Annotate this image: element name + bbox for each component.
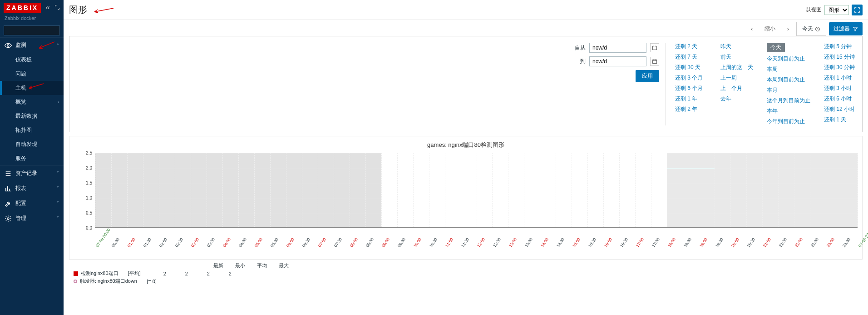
from-label: 自从: [572, 44, 586, 52]
sidebar-item-latest[interactable]: 最新数据: [0, 109, 64, 123]
time-preset[interactable]: 本月: [767, 86, 810, 94]
legend-trigger-swatch: [74, 280, 77, 283]
time-preset[interactable]: 还剩 7 天: [675, 53, 707, 61]
page-title: 图形: [69, 4, 87, 16]
sidebar-item-discovery[interactable]: 自动发现: [0, 137, 64, 151]
time-preset[interactable]: 本周: [767, 65, 810, 73]
brand-subtitle: Zabbix docker: [0, 15, 64, 24]
time-preset[interactable]: 还剩 15 分钟: [824, 53, 856, 61]
gear-icon: [5, 215, 12, 222]
from-input[interactable]: [589, 43, 646, 53]
time-prev-button[interactable]: ‹: [745, 23, 758, 35]
zoom-out-button[interactable]: 缩小: [758, 22, 782, 35]
time-preset[interactable]: 还剩 3 小时: [824, 85, 856, 92]
view-as-label: 以视图: [805, 6, 822, 14]
time-preset[interactable]: 还剩 3 个月: [675, 74, 707, 82]
sidebar-item-overview[interactable]: 概览›: [0, 95, 64, 109]
legend-trigger-name: 触发器: nginx80端口down: [80, 278, 137, 285]
time-preset[interactable]: 去年: [720, 95, 753, 103]
calendar-icon: [652, 45, 657, 50]
time-preset[interactable]: 还剩 30 天: [675, 64, 707, 71]
tab-today[interactable]: 今天: [796, 22, 826, 36]
time-preset[interactable]: 还剩 1 小时: [824, 74, 856, 82]
legend-stat-value: 2: [153, 271, 166, 276]
to-calendar-button[interactable]: [650, 57, 659, 66]
legend-stat-header: 最大: [275, 262, 289, 269]
sidebar-item-maps[interactable]: 拓扑图: [0, 123, 64, 137]
y-axis: 0.00.51.01.52.02.5: [74, 153, 95, 244]
filter-button[interactable]: 过滤器: [829, 22, 863, 35]
chevron-down-icon: ˅: [57, 201, 59, 206]
apply-button[interactable]: 应用: [636, 70, 659, 82]
time-preset[interactable]: 今天: [767, 43, 785, 52]
chart-icon: [5, 185, 12, 192]
collapse-icon[interactable]: [44, 5, 51, 11]
chevron-right-icon: ›: [58, 100, 59, 105]
nav-inventory-label: 资产记录: [15, 170, 37, 177]
nav-config-label: 配置: [15, 200, 26, 207]
time-preset[interactable]: 还剩 6 小时: [824, 95, 856, 103]
legend-stat-header: 最新: [210, 262, 223, 269]
time-next-button[interactable]: ›: [782, 23, 794, 35]
nav-reports[interactable]: 报表 ˅: [0, 181, 64, 196]
time-preset[interactable]: 还剩 6 个月: [675, 85, 707, 92]
nav-admin[interactable]: 管理 ˅: [0, 211, 64, 226]
time-preset[interactable]: 上一周: [720, 74, 753, 82]
calendar-icon: [652, 59, 657, 64]
nav-monitoring[interactable]: 监测 ˄: [0, 37, 64, 53]
svg-point-2: [7, 218, 9, 220]
search-box[interactable]: [4, 25, 60, 35]
filter-panel: 自从 到 应用 还剩 2 天还剩 7 天还剩 30 天还剩 3 个月还剩 6 个…: [69, 36, 863, 132]
legend-stat-value: 2: [196, 271, 210, 276]
sidebar-item-services[interactable]: 服务: [0, 151, 64, 165]
sidebar-item-dashboard[interactable]: 仪表板: [0, 53, 64, 67]
chevron-down-icon: ˅: [57, 171, 59, 176]
nav-admin-label: 管理: [15, 215, 26, 222]
search-input[interactable]: [4, 28, 72, 33]
time-preset[interactable]: 这个月到目前为止: [767, 97, 810, 105]
time-preset[interactable]: 今年到目前为止: [767, 118, 810, 125]
sidebar-item-problems[interactable]: 问题: [0, 67, 64, 81]
fullscreen-button[interactable]: [852, 5, 863, 15]
nav-inventory[interactable]: 资产记录 ˅: [0, 165, 64, 181]
time-preset[interactable]: 还剩 2 天: [675, 43, 707, 50]
expand-icon[interactable]: [54, 5, 60, 11]
time-preset[interactable]: 还剩 1 年: [675, 95, 707, 103]
chevron-down-icon: ˅: [57, 216, 59, 221]
nav-config[interactable]: 配置 ˅: [0, 196, 64, 211]
chevron-down-icon: ˅: [57, 186, 59, 191]
time-preset[interactable]: 上周的这一天: [720, 64, 753, 71]
time-preset[interactable]: 本周到目前为止: [767, 76, 810, 84]
time-preset[interactable]: 本年: [767, 107, 810, 115]
y-tick: 1.0: [86, 195, 92, 200]
to-label: 到: [572, 58, 586, 65]
time-preset[interactable]: 还剩 30 分钟: [824, 64, 856, 71]
clock-icon: [815, 26, 820, 32]
time-preset[interactable]: 前天: [720, 53, 753, 61]
to-input[interactable]: [589, 56, 646, 66]
y-tick: 2.5: [86, 150, 92, 155]
time-preset[interactable]: 今天到目前为止: [767, 55, 810, 63]
from-calendar-button[interactable]: [650, 43, 659, 52]
legend-swatch: [74, 271, 78, 276]
sidebar-item-hosts[interactable]: 主机: [0, 81, 64, 95]
time-preset[interactable]: 还剩 2 年: [675, 105, 707, 113]
view-as-select[interactable]: 图形: [824, 5, 849, 15]
time-preset[interactable]: 还剩 5 分钟: [824, 43, 856, 50]
y-tick: 1.5: [86, 180, 92, 185]
svg-rect-4: [653, 46, 657, 50]
nav-monitoring-label: 监测: [15, 41, 26, 49]
time-preset[interactable]: 上一个月: [720, 85, 753, 92]
time-preset[interactable]: 还剩 12 小时: [824, 105, 856, 113]
svg-rect-5: [653, 60, 657, 64]
time-presets: 还剩 2 天还剩 7 天还剩 30 天还剩 3 个月还剩 6 个月还剩 1 年还…: [666, 43, 856, 125]
plot-area: [95, 153, 858, 228]
legend-stat-value: 2: [218, 271, 232, 276]
legend-stat-value: 2: [174, 271, 188, 276]
time-preset[interactable]: 还剩 1 天: [824, 116, 856, 124]
time-preset[interactable]: 昨天: [720, 43, 753, 50]
legend-stat-header: 最小: [232, 262, 245, 269]
legend-trigger-cond: [= 0]: [147, 279, 157, 284]
filter-icon: [853, 26, 858, 32]
svg-point-1: [7, 45, 9, 46]
